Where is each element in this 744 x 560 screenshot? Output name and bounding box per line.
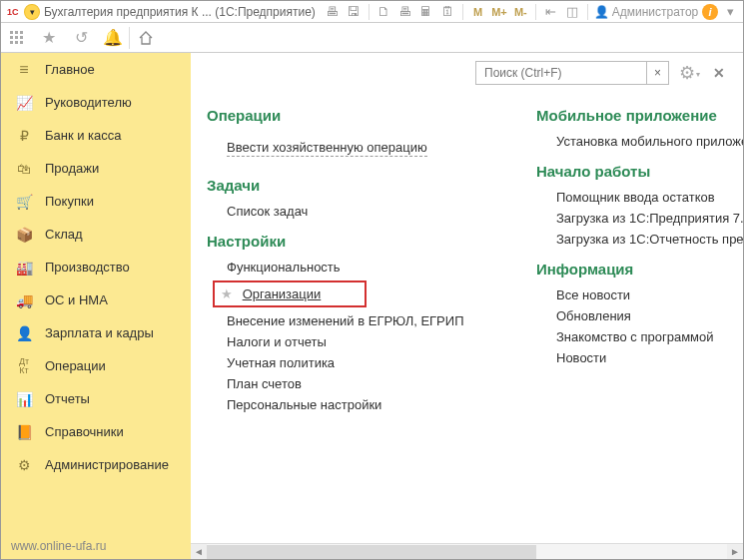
favorite-star-icon[interactable]: ★ bbox=[221, 286, 233, 301]
link-taxes[interactable]: Налоги и отчеты bbox=[227, 334, 496, 349]
bar-chart-icon: 📊 bbox=[15, 391, 33, 407]
sidebar-item-purchases[interactable]: 🛒 Покупки bbox=[1, 185, 191, 218]
group-tasks-title: Задачи bbox=[207, 177, 496, 194]
link-egrul[interactable]: Внесение изменений в ЕГРЮЛ, ЕГРИП bbox=[227, 313, 496, 328]
scroll-left-arrow-icon[interactable]: ◄ bbox=[191, 544, 207, 560]
bag-icon: 🛍 bbox=[15, 161, 33, 177]
sidebar-item-sales[interactable]: 🛍 Продажи bbox=[1, 152, 191, 185]
menu-dropdown-icon[interactable]: ▾ bbox=[722, 3, 739, 21]
sidebar-item-warehouse[interactable]: 📦 Склад bbox=[1, 218, 191, 251]
save-icon[interactable]: 🖫 bbox=[345, 3, 362, 21]
sidebar-item-bank[interactable]: ₽ Банк и касса bbox=[1, 119, 191, 152]
link-enter-operation[interactable]: Ввести хозяйственную операцию bbox=[227, 140, 427, 157]
link-load-reporting[interactable]: Загрузка из 1С:Отчетность пред bbox=[556, 232, 743, 247]
home-icon[interactable] bbox=[130, 23, 162, 53]
group-info-title: Информация bbox=[536, 261, 743, 278]
link-task-list[interactable]: Список задач bbox=[227, 204, 496, 219]
calendar-icon[interactable]: 🗓 bbox=[439, 3, 456, 21]
sidebar-item-label: ОС и НМА bbox=[45, 292, 108, 307]
window-icon[interactable]: ◫ bbox=[563, 3, 580, 21]
info-icon[interactable]: i bbox=[702, 4, 717, 20]
sidebar-item-label: Склад bbox=[45, 227, 83, 242]
group-settings-title: Настройки bbox=[207, 233, 496, 250]
separator bbox=[462, 4, 463, 20]
link-chart-of-accounts[interactable]: План счетов bbox=[227, 376, 496, 391]
close-panel-button[interactable]: ✕ bbox=[709, 65, 729, 81]
link-balances-helper[interactable]: Помощник ввода остатков bbox=[556, 190, 743, 205]
user-icon: 👤 bbox=[594, 5, 609, 19]
sidebar-item-admin[interactable]: ⚙ Администрирование bbox=[1, 448, 191, 481]
gear-icon: ⚙ bbox=[15, 457, 33, 473]
link-accounting-policy[interactable]: Учетная политика bbox=[227, 355, 496, 370]
svg-rect-3 bbox=[10, 36, 13, 39]
footer-link[interactable]: www.online-ufa.ru bbox=[11, 539, 106, 553]
memory-mminus-button[interactable]: M- bbox=[512, 3, 529, 21]
search-input[interactable] bbox=[476, 62, 646, 84]
link-load-77[interactable]: Загрузка из 1С:Предприятия 7.7 bbox=[556, 211, 743, 226]
toolbar-secondary: ★ ↺ 🔔 bbox=[1, 23, 743, 53]
ruble-icon: ₽ bbox=[15, 128, 33, 144]
link-all-news[interactable]: Все новости bbox=[556, 287, 743, 302]
body: ≡ Главное 📈 Руководителю ₽ Банк и касса … bbox=[1, 53, 743, 559]
sidebar-item-payroll[interactable]: 👤 Зарплата и кадры bbox=[1, 316, 191, 349]
horizontal-scrollbar[interactable]: ◄ ► bbox=[191, 543, 743, 559]
sidebar-item-label: Главное bbox=[45, 62, 95, 77]
link-news[interactable]: Новости bbox=[556, 350, 743, 365]
operations-icon: ДтКт bbox=[15, 357, 33, 375]
sidebar-item-production[interactable]: 🏭 Производство bbox=[1, 251, 191, 283]
sidebar-item-main[interactable]: ≡ Главное bbox=[1, 53, 191, 86]
preview-icon[interactable]: 🗋 bbox=[375, 3, 392, 21]
print-icon[interactable]: 🖶 bbox=[324, 3, 341, 21]
star-icon[interactable]: ★ bbox=[33, 23, 65, 53]
highlight-box: ★ Организации bbox=[213, 280, 367, 307]
bell-icon[interactable]: 🔔 bbox=[97, 23, 129, 53]
svg-rect-5 bbox=[20, 36, 23, 39]
sidebar-item-label: Покупки bbox=[45, 194, 94, 209]
sidebar-item-label: Операции bbox=[45, 358, 106, 373]
link-about-program[interactable]: Знакомство с программой bbox=[556, 329, 743, 344]
factory-icon: 🏭 bbox=[15, 260, 33, 276]
sidebar: ≡ Главное 📈 Руководителю ₽ Банк и касса … bbox=[1, 53, 191, 559]
separator bbox=[369, 4, 370, 20]
right-column: Мобильное приложение Установка мобильног… bbox=[536, 93, 743, 418]
content-panel: × ⚙▾ ✕ Операции Ввести хозяйственную опе… bbox=[191, 53, 743, 559]
sidebar-item-label: Банк и касса bbox=[45, 128, 122, 143]
sidebar-item-assets[interactable]: 🚚 ОС и НМА bbox=[1, 283, 191, 316]
svg-rect-8 bbox=[20, 41, 23, 44]
cart-icon: 🛒 bbox=[15, 194, 33, 210]
separator bbox=[535, 4, 536, 20]
svg-rect-2 bbox=[20, 31, 23, 34]
user-name: Администратор bbox=[612, 5, 699, 19]
history-icon[interactable]: ↺ bbox=[65, 23, 97, 53]
link-mobile-install[interactable]: Установка мобильного приложен bbox=[556, 134, 743, 149]
link-functionality[interactable]: Функциональность bbox=[227, 260, 496, 275]
scroll-right-arrow-icon[interactable]: ► bbox=[727, 544, 743, 560]
link-organizations-row: ★ Организации bbox=[207, 280, 496, 307]
dropdown-app-button[interactable]: ▾ bbox=[24, 4, 40, 20]
sidebar-item-catalogs[interactable]: 📙 Справочники bbox=[1, 415, 191, 448]
user-label[interactable]: 👤 Администратор bbox=[594, 5, 699, 19]
box-icon: 📦 bbox=[15, 227, 33, 243]
sidebar-item-label: Зарплата и кадры bbox=[45, 325, 154, 340]
sidebar-item-label: Руководителю bbox=[45, 95, 132, 110]
svg-rect-0 bbox=[10, 31, 13, 34]
apps-grid-icon[interactable] bbox=[1, 23, 33, 53]
search-box: × bbox=[475, 61, 669, 85]
memory-mplus-button[interactable]: M+ bbox=[490, 3, 507, 21]
link-organizations[interactable]: Организации bbox=[243, 286, 322, 301]
scroll-thumb[interactable] bbox=[207, 545, 536, 559]
sidebar-item-operations[interactable]: ДтКт Операции bbox=[1, 349, 191, 382]
sidebar-item-reports[interactable]: 📊 Отчеты bbox=[1, 382, 191, 415]
sidebar-item-manager[interactable]: 📈 Руководителю bbox=[1, 86, 191, 119]
settings-gear-button[interactable]: ⚙▾ bbox=[679, 62, 699, 84]
svg-rect-6 bbox=[10, 41, 13, 44]
link-updates[interactable]: Обновления bbox=[556, 308, 743, 323]
calc-icon[interactable]: 🖩 bbox=[417, 3, 434, 21]
content-area: Операции Ввести хозяйственную операцию З… bbox=[191, 93, 743, 543]
scroll-track[interactable] bbox=[207, 544, 727, 560]
print2-icon[interactable]: 🖶 bbox=[396, 3, 413, 21]
link-personal-settings[interactable]: Персональные настройки bbox=[227, 397, 496, 412]
search-clear-button[interactable]: × bbox=[646, 62, 668, 84]
back-icon[interactable]: ⇤ bbox=[542, 3, 559, 21]
memory-m-button[interactable]: M bbox=[469, 3, 486, 21]
